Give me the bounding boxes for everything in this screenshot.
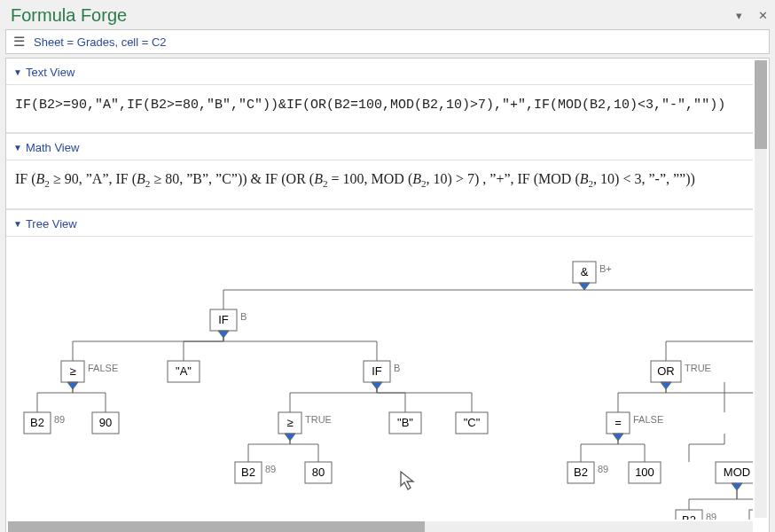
- svg-rect-48: [749, 510, 753, 520]
- svg-text:89: 89: [598, 464, 608, 474]
- svg-text:TRUE: TRUE: [305, 414, 332, 425]
- text-view-toggle[interactable]: ▼ Text View: [6, 59, 753, 85]
- tree-svg: &B+IFB≥FALSE"A"IFBB28990≥TRUE"B""C"B2898…: [6, 237, 753, 520]
- svg-text:FALSE: FALSE: [633, 414, 663, 425]
- svg-text:≥: ≥: [69, 364, 75, 378]
- svg-text:OR: OR: [657, 364, 675, 378]
- svg-text:IF: IF: [218, 313, 229, 326]
- svg-text:FALSE: FALSE: [88, 363, 118, 373]
- svg-text:B2: B2: [30, 416, 44, 429]
- tree-view-label: Tree View: [26, 217, 77, 231]
- titlebar: Formula Forge ▾ ✕: [0, 0, 775, 29]
- text-view-content[interactable]: IF(B2>=90,"A",IF(B2>=80,"B","C"))&IF(OR(…: [6, 85, 753, 133]
- svg-text:≥: ≥: [286, 416, 293, 429]
- scrollbar-horizontal-thumb[interactable]: [8, 521, 425, 532]
- svg-text:B2: B2: [682, 513, 696, 520]
- svg-text:B+: B+: [599, 263, 612, 274]
- toolbar: ☰ Sheet = Grades, cell = C2: [5, 29, 770, 54]
- svg-text:100: 100: [635, 466, 654, 479]
- location-text: Sheet = Grades, cell = C2: [34, 35, 167, 49]
- hamburger-icon[interactable]: ☰: [13, 34, 25, 50]
- chevron-down-icon: ▼: [13, 67, 22, 77]
- chevron-down-icon: ▼: [13, 219, 22, 229]
- math-view-label: Math View: [26, 141, 79, 154]
- app-title: Formula Forge: [11, 5, 127, 26]
- math-view-content[interactable]: IF (B2 ≥ 90, ”A”, IF (B2 ≥ 80, ”B”, ”C”)…: [6, 160, 753, 209]
- svg-text:B2: B2: [574, 466, 588, 479]
- math-view-toggle[interactable]: ▼ Math View: [6, 133, 753, 160]
- svg-text:89: 89: [706, 512, 716, 520]
- svg-text:90: 90: [99, 416, 112, 429]
- tree-view-toggle[interactable]: ▼ Tree View: [6, 209, 753, 237]
- svg-text:IF: IF: [372, 364, 382, 378]
- close-icon[interactable]: ✕: [758, 9, 768, 22]
- scrollbar-vertical-thumb[interactable]: [755, 60, 767, 149]
- svg-text:80: 80: [312, 466, 325, 479]
- content-area: ▼ Text View IF(B2>=90,"A",IF(B2>=80,"B",…: [5, 58, 770, 532]
- svg-text:B2: B2: [241, 466, 255, 479]
- svg-text:=: =: [615, 416, 622, 429]
- svg-text:MOD: MOD: [724, 466, 750, 479]
- chevron-down-icon: ▼: [13, 143, 22, 153]
- svg-text:89: 89: [54, 414, 65, 425]
- svg-text:89: 89: [265, 464, 276, 474]
- menu-dropdown-icon[interactable]: ▾: [736, 9, 742, 22]
- svg-text:B: B: [394, 363, 400, 373]
- svg-text:"B": "B": [397, 416, 413, 429]
- svg-text:&: &: [581, 265, 589, 278]
- text-view-label: Text View: [26, 66, 74, 79]
- svg-text:"C": "C": [464, 416, 481, 429]
- svg-text:TRUE: TRUE: [685, 363, 711, 373]
- formula-forge-pane: Formula Forge ▾ ✕ ☰ Sheet = Grades, cell…: [0, 0, 775, 532]
- svg-text:"A": "A": [176, 364, 192, 378]
- tree-view-content[interactable]: &B+IFB≥FALSE"A"IFBB28990≥TRUE"B""C"B2898…: [6, 237, 753, 520]
- svg-text:B: B: [240, 311, 247, 322]
